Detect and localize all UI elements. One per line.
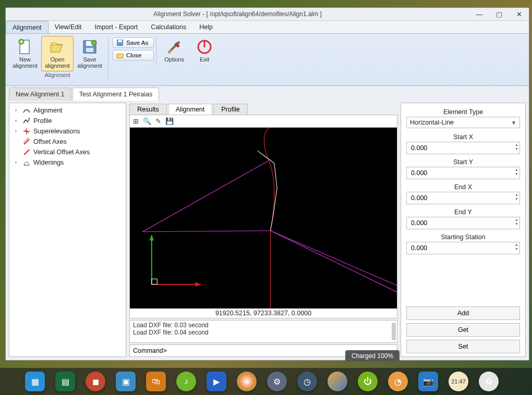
saveas-icon <box>116 39 124 46</box>
start-x-label: Start X <box>406 131 520 142</box>
viewport-toolbar: ⊞ 🔍 ✎ 💾 <box>129 115 397 128</box>
trash-icon[interactable]: ♻ <box>479 372 499 391</box>
view-tab-profile[interactable]: Profile <box>213 104 247 115</box>
tree-alignment[interactable]: +Alignment <box>10 105 125 116</box>
open-icon <box>49 39 66 55</box>
start-menu-icon[interactable]: ▦ <box>25 372 45 391</box>
zoom-extents-icon[interactable]: 🔍 <box>143 117 151 125</box>
close-window-button[interactable]: ✕ <box>509 10 529 18</box>
view-tab-results[interactable]: Results <box>129 104 167 115</box>
open-alignment-button[interactable]: Open alignment <box>41 36 74 71</box>
settings-icon[interactable]: ⚙ <box>267 372 287 391</box>
end-y-label: End Y <box>406 206 520 217</box>
chevron-right-icon[interactable]: + <box>15 160 20 165</box>
superelev-icon <box>22 127 31 135</box>
document-tabs: New Alignment 1 Test Alignment 1 Peiraia… <box>6 86 529 101</box>
app-3-icon[interactable]: ◷ <box>297 372 317 391</box>
tree-widenings[interactable]: +Widenings <box>10 157 125 168</box>
doc-tab-0[interactable]: New Alignment 1 <box>9 88 71 101</box>
options-icon <box>166 39 183 55</box>
tree-vertical-offset-axes[interactable]: Vertical Offset Axes <box>10 147 125 157</box>
menu-import-export[interactable]: Import - Export <box>88 21 144 33</box>
minimize-button[interactable]: — <box>469 10 489 18</box>
log-line: Load DXF file: 0.04 second <box>133 329 394 336</box>
screenshot-icon[interactable]: 📷 <box>418 372 438 391</box>
alignment-drawing <box>130 128 397 308</box>
grid-tool-icon[interactable]: ⊞ <box>133 117 139 125</box>
svg-rect-7 <box>118 40 122 42</box>
menu-help[interactable]: Help <box>193 21 220 33</box>
start-y-input[interactable] <box>406 167 520 179</box>
maximize-button[interactable]: ▢ <box>489 10 509 18</box>
start-y-label: Start Y <box>406 156 520 167</box>
chevron-down-icon: ▼ <box>511 120 516 126</box>
ribbon: New alignment Open alignment Save alignm… <box>6 34 529 86</box>
new-icon <box>17 39 33 55</box>
chevron-right-icon[interactable]: + <box>15 129 20 134</box>
taskbar: ▦ ▤ ◼ ▣ 🛍 ♪ ▶ ⚙ ◷ ⏻ ◔ 📷 21:47 ♻ <box>0 368 532 395</box>
viewport-canvas[interactable] <box>130 128 397 308</box>
app-4-icon[interactable]: ◔ <box>388 372 408 391</box>
element-type-select[interactable]: Horizontal-Line ▼ <box>406 117 520 128</box>
spinner-icon[interactable]: ▲▼ <box>515 143 518 151</box>
svg-point-5 <box>91 40 96 45</box>
add-button[interactable]: Add <box>406 306 520 320</box>
spinner-icon[interactable]: ▲▼ <box>515 218 518 226</box>
profile-icon <box>22 117 31 125</box>
spinner-icon[interactable]: ▲▼ <box>515 193 518 201</box>
close-folder-icon <box>116 52 124 59</box>
app-2-icon[interactable]: ▣ <box>116 372 136 391</box>
new-alignment-button[interactable]: New alignment <box>9 36 41 71</box>
ribbon-group-label: Alignment <box>45 71 70 79</box>
spinner-icon[interactable]: ▲▼ <box>515 168 518 176</box>
save-alignment-button[interactable]: Save alignment <box>74 36 106 71</box>
files-icon[interactable]: ▤ <box>55 372 75 391</box>
set-button[interactable]: Set <box>406 340 520 353</box>
menu-calculations[interactable]: Calculations <box>144 21 193 33</box>
view-tabs: Results Alignment Profile <box>129 103 397 115</box>
chevron-right-icon[interactable]: + <box>15 108 20 113</box>
starting-station-input[interactable] <box>406 242 520 254</box>
power-icon <box>196 39 213 55</box>
start-x-input[interactable] <box>406 142 520 154</box>
save-icon <box>81 39 98 55</box>
end-y-input[interactable] <box>406 217 520 229</box>
chrome-icon[interactable] <box>237 372 257 391</box>
alignment-icon <box>22 106 31 115</box>
end-x-input[interactable] <box>406 192 520 204</box>
scrollbar-vertical[interactable] <box>392 323 396 340</box>
clock-icon[interactable]: 21:47 <box>449 372 468 391</box>
music-icon[interactable]: ♪ <box>176 372 196 391</box>
save-view-icon[interactable]: 💾 <box>165 117 174 125</box>
spinner-icon[interactable]: ▲▼ <box>515 243 518 251</box>
log-panel: Load DXF file: 0.03 second Load DXF file… <box>129 320 397 343</box>
alignment-solver-icon[interactable] <box>328 372 347 391</box>
tree-pane: +Alignment +Profile +Superelevations Off… <box>9 103 126 357</box>
get-button[interactable]: Get <box>406 323 520 337</box>
close-button[interactable]: Close <box>113 50 154 60</box>
store-icon[interactable]: 🛍 <box>146 372 166 391</box>
svg-rect-4 <box>86 48 93 52</box>
options-button[interactable]: Options <box>156 36 188 65</box>
menu-view-edit[interactable]: View/Edit <box>49 21 89 33</box>
offset-icon <box>22 138 31 146</box>
power-status-icon[interactable]: ⏻ <box>358 372 378 391</box>
media-icon[interactable]: ▶ <box>207 372 226 391</box>
view-tab-alignment[interactable]: Alignment <box>168 104 213 115</box>
battery-tooltip: Charged 100% <box>345 350 400 362</box>
tree-offset-axes[interactable]: Offset Axes <box>10 137 125 147</box>
app-1-icon[interactable]: ◼ <box>86 372 105 391</box>
tree-profile[interactable]: +Profile <box>10 116 125 126</box>
menu-alignment[interactable]: Alignment <box>6 21 49 33</box>
element-type-label: Element Type <box>406 106 520 117</box>
exit-button[interactable]: Exit <box>188 36 221 65</box>
save-as-button[interactable]: Save As <box>113 38 154 48</box>
starting-station-label: Starting Station <box>406 231 520 242</box>
widenings-icon <box>22 158 31 167</box>
log-line: Load DXF file: 0.03 second <box>133 322 394 329</box>
chevron-right-icon[interactable]: + <box>15 118 20 124</box>
coordinate-readout: 91920.5215, 97233.3827, 0.0000 <box>130 308 397 318</box>
tree-superelevations[interactable]: +Superelevations <box>10 126 125 137</box>
edit-tool-icon[interactable]: ✎ <box>155 117 161 125</box>
doc-tab-1[interactable]: Test Alignment 1 Peiraias <box>72 88 159 101</box>
